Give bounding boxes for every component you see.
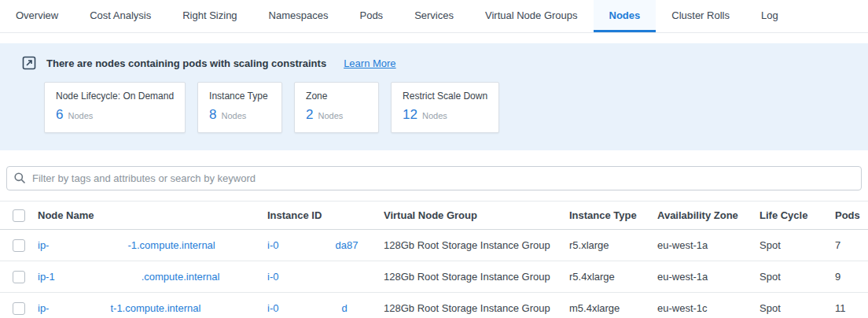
search-input[interactable] xyxy=(6,166,862,190)
node-name-link[interactable]: ip- xyxy=(38,239,49,251)
vng-cell: 128Gb Root Storage Instance Group xyxy=(384,239,569,251)
card-count: 12 xyxy=(403,107,417,123)
col-virtual-node-group: Virtual Node Group xyxy=(384,209,569,221)
search-icon xyxy=(13,172,26,184)
card-title: Zone xyxy=(306,91,367,102)
card-count: 2 xyxy=(306,107,313,123)
card-unit: Nodes xyxy=(422,111,447,120)
instance-type-cell: m5.4xlarge xyxy=(569,302,657,314)
card-count: 6 xyxy=(56,107,63,123)
table-row: ip-1.compute.internal i-0 128Gb Root Sto… xyxy=(0,261,868,293)
life-cycle-cell: Spot xyxy=(760,239,835,251)
card-restrict-scale-down[interactable]: Restrict Scale Down 12 Nodes xyxy=(391,82,499,133)
node-name-link[interactable]: ip- xyxy=(38,302,49,314)
vng-cell: 128Gb Root Storage Instance Group xyxy=(384,302,569,314)
banner-message: There are nodes containing pods with sca… xyxy=(46,57,326,69)
col-instance-type: Instance Type xyxy=(569,209,657,221)
col-node-name: Node Name xyxy=(38,209,267,221)
node-name-link[interactable]: .compute.internal xyxy=(142,271,220,283)
col-availability-zone: Availability Zone xyxy=(657,209,760,221)
instance-id-link[interactable]: i-0 xyxy=(267,239,278,251)
card-unit: Nodes xyxy=(222,111,247,120)
card-node-lifecycle[interactable]: Node Lifecycle: On Demand 6 Nodes xyxy=(44,82,186,133)
tab-virtual-node-groups[interactable]: Virtual Node Groups xyxy=(469,0,594,32)
availability-zone-cell: eu-west-1a xyxy=(657,239,760,251)
row-checkbox[interactable] xyxy=(13,271,25,283)
instance-type-cell: r5.xlarge xyxy=(569,239,657,251)
tab-bar: Overview Cost Analysis Right Sizing Name… xyxy=(0,0,868,33)
col-life-cycle: Life Cycle xyxy=(760,209,835,221)
nodes-table: Node Name Instance ID Virtual Node Group… xyxy=(0,201,868,318)
life-cycle-cell: Spot xyxy=(760,302,835,314)
node-name-link[interactable]: t-1.compute.internal xyxy=(110,302,200,314)
card-title: Restrict Scale Down xyxy=(403,91,487,102)
select-all-checkbox[interactable] xyxy=(13,209,25,222)
tab-log[interactable]: Log xyxy=(745,0,794,32)
card-count: 8 xyxy=(209,107,216,123)
pods-cell: 7 xyxy=(835,239,868,251)
card-title: Instance Type xyxy=(209,91,270,102)
pods-cell: 11 xyxy=(835,302,868,314)
row-checkbox[interactable] xyxy=(13,239,25,252)
life-cycle-cell: Spot xyxy=(760,271,835,283)
tab-overview[interactable]: Overview xyxy=(0,0,74,32)
tab-cluster-rolls[interactable]: Cluster Rolls xyxy=(656,0,745,32)
instance-type-cell: r5.4xlarge xyxy=(569,271,657,283)
table-header-row: Node Name Instance ID Virtual Node Group… xyxy=(0,201,868,230)
vng-cell: 128Gb Root Storage Instance Group xyxy=(384,271,569,283)
row-checkbox[interactable] xyxy=(13,302,25,315)
table-row: ip--1.compute.internal i-0da87 128Gb Roo… xyxy=(0,230,868,261)
tab-services[interactable]: Services xyxy=(399,0,469,32)
instance-id-link[interactable]: i-0 xyxy=(267,302,278,314)
card-zone[interactable]: Zone 2 Nodes xyxy=(294,82,379,133)
scaling-constraints-banner: There are nodes containing pods with sca… xyxy=(0,43,868,150)
tab-namespaces[interactable]: Namespaces xyxy=(253,0,344,32)
scaling-constraints-icon xyxy=(22,56,36,70)
col-instance-id: Instance ID xyxy=(267,209,384,221)
card-unit: Nodes xyxy=(318,111,344,120)
constraint-cards: Node Lifecycle: On Demand 6 Nodes Instan… xyxy=(44,82,846,133)
tab-nodes[interactable]: Nodes xyxy=(594,0,657,32)
col-pods: Pods xyxy=(835,209,868,221)
instance-id-link[interactable]: i-0 xyxy=(267,271,278,283)
availability-zone-cell: eu-west-1a xyxy=(657,271,760,283)
learn-more-link[interactable]: Learn More xyxy=(344,57,395,69)
filter-bar xyxy=(6,166,862,190)
table-row: ip-t-1.compute.internal i-0d 128Gb Root … xyxy=(0,293,868,318)
card-title: Node Lifecycle: On Demand xyxy=(56,91,174,102)
node-name-link[interactable]: ip-1 xyxy=(38,271,55,283)
card-instance-type[interactable]: Instance Type 8 Nodes xyxy=(197,82,282,133)
card-unit: Nodes xyxy=(68,111,93,120)
availability-zone-cell: eu-west-1c xyxy=(657,302,760,314)
pods-cell: 9 xyxy=(835,271,868,283)
instance-id-link[interactable]: da87 xyxy=(335,239,358,251)
tab-cost-analysis[interactable]: Cost Analysis xyxy=(74,0,167,32)
tab-pods[interactable]: Pods xyxy=(344,0,399,32)
tab-right-sizing[interactable]: Right Sizing xyxy=(167,0,252,32)
instance-id-link[interactable]: d xyxy=(341,302,347,314)
node-name-link[interactable]: -1.compute.internal xyxy=(127,239,215,251)
